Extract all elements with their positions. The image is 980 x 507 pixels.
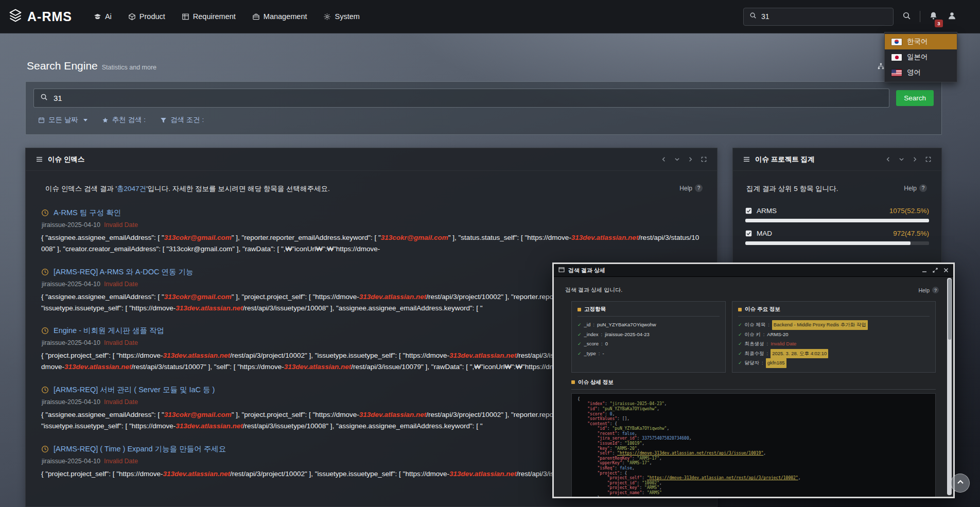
detail-field: ✓_score:0 bbox=[577, 339, 720, 349]
help-button[interactable]: Help? bbox=[904, 184, 927, 192]
main-menu: AiProductRequirementManagementSystem bbox=[94, 12, 360, 21]
check-icon: ✓ bbox=[738, 349, 742, 359]
nav-item-label: Management bbox=[264, 12, 307, 21]
expand-icon[interactable] bbox=[701, 156, 707, 162]
check-icon: ✓ bbox=[577, 330, 582, 340]
navbar-search-input[interactable] bbox=[761, 12, 887, 21]
field-value: 0 bbox=[605, 339, 608, 349]
lang-option-kr[interactable]: 한국어 bbox=[885, 34, 957, 49]
detail-modal-window: 검색 결과 상세 검색 결과 상세 입니다. Help? 고정항목 ✓_id:p… bbox=[552, 263, 955, 498]
maximize-icon[interactable] bbox=[933, 268, 938, 273]
lang-option-jp[interactable]: 일본어 bbox=[885, 49, 957, 65]
field-label: 이슈 제목 bbox=[745, 320, 766, 330]
user-menu-button[interactable] bbox=[947, 10, 957, 23]
scrollbar-thumb[interactable] bbox=[948, 279, 951, 340]
chevron-left-icon[interactable] bbox=[885, 156, 891, 162]
issue-clock-icon bbox=[41, 445, 49, 453]
summary-text: 이슈 인덱스 검색 결과 '총2047건'입니다. 자세한 정보를 보시려면 해… bbox=[45, 184, 330, 194]
chevron-right-icon[interactable] bbox=[688, 156, 693, 162]
search-filter-0[interactable]: 모든 날짜 bbox=[38, 115, 87, 125]
invalid-date-label: Invalid Date bbox=[104, 281, 138, 288]
issue-clock-icon bbox=[41, 386, 49, 394]
agg-item-arms[interactable]: ARMS1075(52.5%) bbox=[733, 202, 941, 224]
search-button[interactable]: Search bbox=[896, 90, 934, 106]
help-button[interactable]: Help? bbox=[918, 287, 939, 293]
modal-title: 검색 결과 상세 bbox=[568, 267, 605, 274]
checkbox-icon bbox=[745, 207, 752, 214]
top-navbar: A-RMS AiProductRequirementManagementSyst… bbox=[0, 0, 980, 33]
agg-items-list: ARMS1075(52.5%)MAD972(47.5%) bbox=[733, 202, 941, 247]
product-icon bbox=[128, 13, 136, 21]
invalid-date-label: Invalid Date bbox=[104, 398, 138, 406]
detail-field: ✓이슈 제목:Backend - Middle Proxy Redis 추가화 … bbox=[738, 320, 930, 330]
main-search-box bbox=[33, 89, 889, 108]
search-filter-2[interactable]: 검색 조건 : bbox=[160, 115, 204, 125]
detail-field: ✓_type:- bbox=[577, 349, 720, 359]
nav-item-label: System bbox=[335, 12, 359, 21]
nav-item-system[interactable]: System bbox=[323, 12, 359, 21]
chevron-down-icon[interactable] bbox=[899, 156, 904, 162]
invalid-date-label: Invalid Date bbox=[104, 458, 138, 465]
close-icon[interactable] bbox=[943, 268, 949, 273]
search-icon bbox=[749, 12, 757, 21]
expand-icon[interactable] bbox=[925, 156, 931, 162]
field-value: jiraissue-2025-04-23 bbox=[605, 330, 650, 340]
detail-field: ✓최초생성:Invalid Date bbox=[738, 339, 930, 349]
agg-item-mad[interactable]: MAD972(47.5%) bbox=[733, 224, 941, 247]
nav-item-product[interactable]: Product bbox=[128, 12, 165, 21]
result-title-link[interactable]: A-RMS 팀 구성 확인 bbox=[41, 208, 702, 218]
main-search-input[interactable] bbox=[54, 94, 883, 102]
agg-label: MAD bbox=[757, 230, 772, 237]
detail-field: ✓_id:puN_YZYBaKa7OYiqwohw bbox=[577, 320, 720, 330]
chevron-down-icon[interactable] bbox=[674, 156, 680, 162]
chevron-right-icon[interactable] bbox=[912, 156, 918, 162]
nav-item-ai[interactable]: Ai bbox=[94, 12, 112, 21]
checkbox-icon bbox=[745, 230, 752, 237]
panel-title: 이슈 프로젝트 집계 bbox=[755, 155, 815, 164]
field-label: 최종수정 bbox=[745, 349, 764, 359]
page-header: Search Engine Statistics and more Home >… bbox=[27, 60, 954, 72]
lang-label: 한국어 bbox=[907, 37, 928, 46]
nav-item-requirement[interactable]: Requirement bbox=[182, 12, 236, 21]
check-icon: ✓ bbox=[738, 330, 742, 340]
result-snippet: { "assignee.assignee_emailAddress": [ "3… bbox=[41, 232, 702, 255]
check-icon: ✓ bbox=[577, 349, 582, 359]
brand[interactable]: A-RMS bbox=[8, 8, 72, 25]
result-title-text: [ARMS-REQ] 서버 관리 ( Server 모듈 및 IaC 등 ) bbox=[54, 385, 215, 395]
brand-logo-icon bbox=[8, 8, 23, 25]
nav-item-management[interactable]: Management bbox=[252, 12, 307, 21]
bullet-icon bbox=[571, 380, 575, 384]
help-button[interactable]: Help? bbox=[679, 184, 703, 192]
panel-title: 이슈 인덱스 bbox=[48, 155, 84, 164]
navbar-search-button[interactable] bbox=[901, 10, 912, 23]
result-count-link[interactable]: 총2047건 bbox=[117, 185, 146, 193]
agg-bar bbox=[745, 241, 929, 245]
search-filter-1[interactable]: 추천 검색 : bbox=[102, 115, 146, 125]
invalid-value: Invalid Date bbox=[771, 339, 796, 349]
notifications-button[interactable]: 3 bbox=[928, 10, 939, 23]
result-title-text: [ARMS-REQ] A-RMS 와 A-DOC 연동 기능 bbox=[54, 267, 194, 277]
search-icon bbox=[902, 11, 911, 22]
funnel-icon bbox=[160, 117, 167, 124]
issue-json-code[interactable]: { "index": "jiraissue-2025-04-23", "id":… bbox=[571, 393, 936, 497]
issue-info-card: 이슈 주요 정보 ✓이슈 제목:Backend - Middle Proxy R… bbox=[732, 301, 936, 373]
minimize-icon[interactable] bbox=[922, 268, 927, 273]
search-icon bbox=[40, 93, 48, 103]
help-question-badge: ? bbox=[919, 184, 927, 192]
scroll-top-button[interactable] bbox=[951, 474, 970, 493]
fixed-fields-list: ✓_id:puN_YZYBaKa7OYiqwohw✓_index:jiraiss… bbox=[577, 320, 720, 358]
detail-field: ✓담당자:gkfn185 bbox=[738, 358, 930, 368]
highlighted-value: gkfn185 bbox=[766, 358, 786, 368]
chevron-left-icon[interactable] bbox=[661, 156, 667, 162]
modal-scrollbar[interactable] bbox=[947, 278, 952, 495]
bullet-icon bbox=[738, 308, 742, 311]
check-icon: ✓ bbox=[738, 340, 742, 349]
filter-label: 모든 날짜 bbox=[48, 115, 78, 125]
caret-down-icon bbox=[83, 119, 87, 121]
result-title-text: [ARMS-REQ] ( Time ) Expand 기능을 만들어 주세요 bbox=[54, 444, 226, 454]
modal-titlebar[interactable]: 검색 결과 상세 bbox=[554, 264, 953, 277]
flag-kr-icon bbox=[891, 39, 902, 45]
lang-option-us[interactable]: 영어 bbox=[885, 65, 957, 80]
agg-label: ARMS bbox=[757, 207, 777, 215]
field-label: _type bbox=[584, 349, 596, 359]
